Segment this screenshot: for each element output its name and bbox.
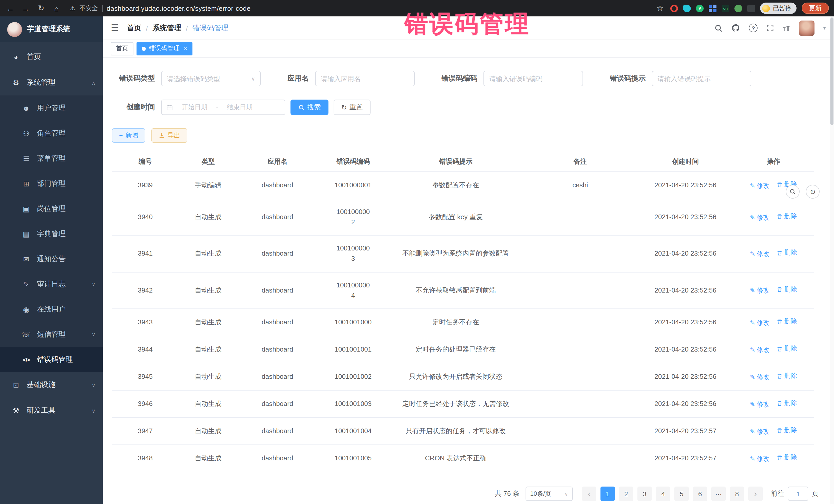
edit-link[interactable]: ✎ 修改 bbox=[750, 249, 770, 259]
edit-link[interactable]: ✎ 修改 bbox=[750, 400, 770, 410]
profile-paused-chip[interactable]: 已暂停 bbox=[760, 3, 796, 14]
cell-app: dashboard bbox=[238, 236, 317, 272]
sidebar-item-dict-mgmt[interactable]: ▤ 字典管理 bbox=[0, 221, 103, 246]
page-button[interactable]: 3 bbox=[637, 487, 652, 501]
prev-page-button[interactable]: ‹ bbox=[582, 487, 596, 501]
error-hint-input[interactable] bbox=[652, 71, 751, 86]
breadcrumb-home[interactable]: 首页 bbox=[127, 23, 141, 32]
edit-link[interactable]: ✎ 修改 bbox=[750, 372, 770, 382]
logo-bar[interactable]: 芋道管理系统 bbox=[0, 17, 103, 42]
refresh-table-icon[interactable]: ↻ bbox=[806, 185, 820, 199]
range-separator: - bbox=[216, 104, 218, 111]
extension-red-icon[interactable] bbox=[670, 4, 678, 12]
delete-link[interactable]: 删除 bbox=[776, 398, 797, 408]
close-tab-icon[interactable]: × bbox=[184, 45, 187, 52]
address-bar[interactable]: ⚠ 不安全 dashboard.yudao.iocoder.cn/system/… bbox=[70, 4, 251, 13]
browser-home-icon[interactable]: ⌂ bbox=[51, 3, 62, 13]
error-type-select[interactable]: ∨ bbox=[161, 71, 261, 86]
cell-actions: ✎ 修改 删除 bbox=[733, 309, 814, 336]
delete-link[interactable]: 删除 bbox=[776, 371, 797, 381]
sidebar-item-dept-mgmt[interactable]: ⊞ 部门管理 bbox=[0, 171, 103, 196]
page-button[interactable]: 1 bbox=[600, 487, 615, 501]
bookmark-star-icon[interactable]: ☆ bbox=[655, 3, 665, 13]
sidebar-item-menu-mgmt[interactable]: ☰ 菜单管理 bbox=[0, 146, 103, 171]
page-button[interactable]: ··· bbox=[711, 487, 726, 501]
extension-on-badge-icon[interactable]: on bbox=[722, 4, 729, 12]
tab-home[interactable]: 首页 bbox=[111, 42, 133, 55]
forward-icon[interactable]: → bbox=[21, 3, 31, 13]
edit-link[interactable]: ✎ 修改 bbox=[750, 318, 770, 328]
font-size-icon[interactable]: TT bbox=[783, 24, 790, 32]
sidebar-item-notice[interactable]: ✉ 通知公告 bbox=[0, 246, 103, 271]
start-date-input[interactable] bbox=[175, 104, 214, 111]
edit-link[interactable]: ✎ 修改 bbox=[750, 345, 770, 355]
col-time: 创建时间 bbox=[638, 152, 733, 172]
extension-green-check-icon[interactable]: V bbox=[696, 4, 704, 12]
edit-link[interactable]: ✎ 修改 bbox=[750, 181, 770, 191]
browser-update-button[interactable]: 更新 bbox=[802, 3, 829, 14]
sidebar-item-error-code-mgmt[interactable]: </> 错误码管理 bbox=[0, 347, 103, 372]
edit-link[interactable]: ✎ 修改 bbox=[750, 286, 770, 296]
page-button[interactable]: 8 bbox=[730, 487, 744, 501]
error-code-input[interactable] bbox=[483, 71, 583, 86]
menu-fold-icon[interactable]: ☰ bbox=[111, 23, 119, 34]
next-page-button[interactable]: › bbox=[748, 487, 763, 501]
cell-hint: 不允许获取敏感配置到前端 bbox=[389, 272, 523, 309]
export-button[interactable]: 导出 bbox=[152, 128, 188, 143]
search-icon[interactable] bbox=[715, 24, 723, 32]
sidebar-item-user-mgmt[interactable]: ☻ 用户管理 bbox=[0, 95, 103, 120]
reload-icon[interactable]: ↻ bbox=[36, 3, 46, 13]
delete-link[interactable]: 删除 bbox=[776, 285, 797, 294]
breadcrumb-system[interactable]: 系统管理 bbox=[152, 23, 181, 32]
user-avatar[interactable] bbox=[799, 20, 814, 36]
sidebar-item-dev-tools[interactable]: ⚒ 研发工具 ∨ bbox=[0, 398, 103, 423]
avatar-caret-down-icon[interactable]: ▾ bbox=[823, 25, 826, 31]
edit-link[interactable]: ✎ 修改 bbox=[750, 213, 770, 223]
url-text[interactable]: dashboard.yudao.iocoder.cn/system/error-… bbox=[107, 4, 251, 12]
toggle-search-icon[interactable] bbox=[786, 185, 799, 199]
annotation-overlay-title: 错误码管理 bbox=[404, 8, 530, 40]
delete-link[interactable]: 删除 bbox=[776, 317, 797, 327]
page-button[interactable]: 5 bbox=[674, 487, 689, 501]
delete-link[interactable]: 删除 bbox=[776, 425, 797, 436]
github-icon[interactable] bbox=[731, 24, 740, 32]
extensions-pin-icon[interactable] bbox=[747, 4, 755, 12]
delete-link[interactable]: 删除 bbox=[776, 453, 797, 463]
app-name-input[interactable] bbox=[315, 71, 415, 86]
edit-link[interactable]: ✎ 修改 bbox=[750, 454, 770, 464]
delete-link[interactable]: 删除 bbox=[776, 248, 797, 258]
sidebar-item-infrastructure[interactable]: ⊡ 基础设施 ∨ bbox=[0, 372, 103, 398]
end-date-input[interactable] bbox=[220, 104, 259, 111]
error-type-select-input[interactable] bbox=[167, 75, 248, 82]
goto-page-input[interactable] bbox=[788, 487, 808, 501]
add-button[interactable]: + 新增 bbox=[112, 128, 146, 143]
scrollbar-thumb[interactable] bbox=[830, 18, 833, 125]
sidebar-item-system-mgmt[interactable]: ⚙ 系统管理 ∧ bbox=[0, 70, 103, 95]
reset-button[interactable]: ↻ 重置 bbox=[334, 100, 371, 115]
sidebar-item-role-mgmt[interactable]: ⚇ 角色管理 bbox=[0, 120, 103, 146]
cell-time: 2021-04-20 23:52:56 bbox=[638, 390, 733, 418]
extension-teal-icon[interactable] bbox=[683, 4, 691, 12]
edit-link[interactable]: ✎ 修改 bbox=[750, 427, 770, 437]
page-button[interactable]: 2 bbox=[619, 487, 633, 501]
help-icon[interactable]: ? bbox=[749, 24, 758, 32]
edit-icon: ✎ bbox=[750, 181, 755, 191]
search-button[interactable]: 搜索 bbox=[290, 100, 328, 115]
page-size-select[interactable]: 10条/页 ∨ bbox=[526, 487, 573, 501]
delete-link[interactable]: 删除 bbox=[776, 212, 797, 221]
extension-leaf-icon[interactable] bbox=[734, 4, 742, 12]
tab-error-code-active[interactable]: 错误码管理 × bbox=[136, 42, 193, 55]
sidebar-item-sms-mgmt[interactable]: ☏ 短信管理 ∨ bbox=[0, 322, 103, 347]
sidebar-item-home[interactable]: ◕ 首页 bbox=[0, 44, 103, 70]
extension-grid-icon[interactable] bbox=[709, 4, 717, 12]
sidebar-item-audit-log[interactable]: ✎ 审计日志 ∨ bbox=[0, 271, 103, 297]
sidebar-item-post-mgmt[interactable]: ▣ 岗位管理 bbox=[0, 196, 103, 221]
page-button[interactable]: 6 bbox=[693, 487, 707, 501]
delete-link[interactable]: 删除 bbox=[776, 344, 797, 354]
page-scrollbar[interactable] bbox=[830, 17, 834, 504]
fullscreen-icon[interactable] bbox=[767, 24, 774, 32]
sidebar-item-online-users[interactable]: ◉ 在线用户 bbox=[0, 297, 103, 322]
back-icon[interactable]: ← bbox=[5, 3, 15, 13]
page-button[interactable]: 4 bbox=[656, 487, 670, 501]
date-range-picker[interactable]: - bbox=[161, 100, 285, 115]
